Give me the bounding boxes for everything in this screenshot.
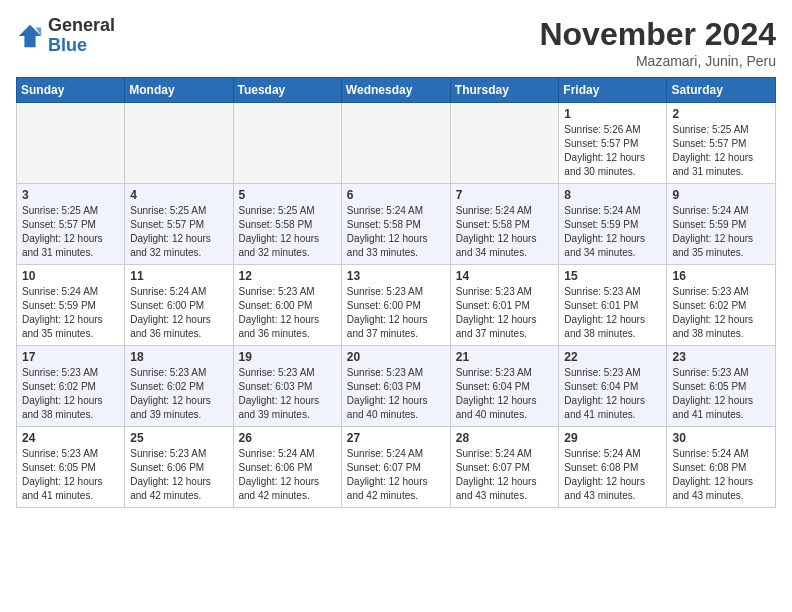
calendar-cell: 3Sunrise: 5:25 AMSunset: 5:57 PMDaylight… xyxy=(17,184,125,265)
month-title: November 2024 xyxy=(539,16,776,53)
day-info: Sunrise: 5:25 AMSunset: 5:57 PMDaylight:… xyxy=(130,204,227,260)
day-number: 9 xyxy=(672,188,770,202)
day-number: 16 xyxy=(672,269,770,283)
calendar-cell: 10Sunrise: 5:24 AMSunset: 5:59 PMDayligh… xyxy=(17,265,125,346)
calendar-cell: 22Sunrise: 5:23 AMSunset: 6:04 PMDayligh… xyxy=(559,346,667,427)
day-number: 3 xyxy=(22,188,119,202)
day-number: 5 xyxy=(239,188,336,202)
day-info: Sunrise: 5:23 AMSunset: 6:00 PMDaylight:… xyxy=(239,285,336,341)
week-row-3: 10Sunrise: 5:24 AMSunset: 5:59 PMDayligh… xyxy=(17,265,776,346)
day-number: 2 xyxy=(672,107,770,121)
day-info: Sunrise: 5:23 AMSunset: 6:00 PMDaylight:… xyxy=(347,285,445,341)
calendar-cell: 15Sunrise: 5:23 AMSunset: 6:01 PMDayligh… xyxy=(559,265,667,346)
calendar-cell: 4Sunrise: 5:25 AMSunset: 5:57 PMDaylight… xyxy=(125,184,233,265)
calendar-cell xyxy=(125,103,233,184)
calendar-cell: 1Sunrise: 5:26 AMSunset: 5:57 PMDaylight… xyxy=(559,103,667,184)
day-number: 24 xyxy=(22,431,119,445)
day-number: 11 xyxy=(130,269,227,283)
day-number: 22 xyxy=(564,350,661,364)
day-info: Sunrise: 5:23 AMSunset: 6:01 PMDaylight:… xyxy=(564,285,661,341)
calendar-cell: 6Sunrise: 5:24 AMSunset: 5:58 PMDaylight… xyxy=(341,184,450,265)
day-info: Sunrise: 5:24 AMSunset: 6:07 PMDaylight:… xyxy=(347,447,445,503)
day-number: 19 xyxy=(239,350,336,364)
week-row-1: 1Sunrise: 5:26 AMSunset: 5:57 PMDaylight… xyxy=(17,103,776,184)
calendar-cell: 5Sunrise: 5:25 AMSunset: 5:58 PMDaylight… xyxy=(233,184,341,265)
calendar-cell: 23Sunrise: 5:23 AMSunset: 6:05 PMDayligh… xyxy=(667,346,776,427)
calendar-table: SundayMondayTuesdayWednesdayThursdayFrid… xyxy=(16,77,776,508)
calendar-cell: 19Sunrise: 5:23 AMSunset: 6:03 PMDayligh… xyxy=(233,346,341,427)
logo: General Blue xyxy=(16,16,115,56)
day-number: 15 xyxy=(564,269,661,283)
day-number: 29 xyxy=(564,431,661,445)
calendar-cell: 17Sunrise: 5:23 AMSunset: 6:02 PMDayligh… xyxy=(17,346,125,427)
calendar-cell xyxy=(450,103,559,184)
week-row-2: 3Sunrise: 5:25 AMSunset: 5:57 PMDaylight… xyxy=(17,184,776,265)
calendar-cell: 11Sunrise: 5:24 AMSunset: 6:00 PMDayligh… xyxy=(125,265,233,346)
day-info: Sunrise: 5:24 AMSunset: 5:58 PMDaylight:… xyxy=(347,204,445,260)
day-info: Sunrise: 5:23 AMSunset: 6:01 PMDaylight:… xyxy=(456,285,554,341)
weekday-header-wednesday: Wednesday xyxy=(341,78,450,103)
day-number: 1 xyxy=(564,107,661,121)
day-info: Sunrise: 5:24 AMSunset: 6:08 PMDaylight:… xyxy=(672,447,770,503)
day-info: Sunrise: 5:23 AMSunset: 6:02 PMDaylight:… xyxy=(130,366,227,422)
day-info: Sunrise: 5:23 AMSunset: 6:06 PMDaylight:… xyxy=(130,447,227,503)
calendar-cell: 8Sunrise: 5:24 AMSunset: 5:59 PMDaylight… xyxy=(559,184,667,265)
page-header: General Blue November 2024 Mazamari, Jun… xyxy=(16,16,776,69)
day-number: 25 xyxy=(130,431,227,445)
day-number: 21 xyxy=(456,350,554,364)
day-number: 4 xyxy=(130,188,227,202)
day-info: Sunrise: 5:25 AMSunset: 5:57 PMDaylight:… xyxy=(22,204,119,260)
weekday-header-thursday: Thursday xyxy=(450,78,559,103)
day-info: Sunrise: 5:24 AMSunset: 5:59 PMDaylight:… xyxy=(22,285,119,341)
calendar-cell: 26Sunrise: 5:24 AMSunset: 6:06 PMDayligh… xyxy=(233,427,341,508)
calendar-cell: 16Sunrise: 5:23 AMSunset: 6:02 PMDayligh… xyxy=(667,265,776,346)
day-info: Sunrise: 5:26 AMSunset: 5:57 PMDaylight:… xyxy=(564,123,661,179)
day-number: 27 xyxy=(347,431,445,445)
day-number: 23 xyxy=(672,350,770,364)
day-number: 7 xyxy=(456,188,554,202)
day-info: Sunrise: 5:24 AMSunset: 6:07 PMDaylight:… xyxy=(456,447,554,503)
day-number: 13 xyxy=(347,269,445,283)
day-info: Sunrise: 5:25 AMSunset: 5:58 PMDaylight:… xyxy=(239,204,336,260)
calendar-cell: 27Sunrise: 5:24 AMSunset: 6:07 PMDayligh… xyxy=(341,427,450,508)
title-area: November 2024 Mazamari, Junin, Peru xyxy=(539,16,776,69)
day-number: 12 xyxy=(239,269,336,283)
weekday-header-monday: Monday xyxy=(125,78,233,103)
calendar-cell: 28Sunrise: 5:24 AMSunset: 6:07 PMDayligh… xyxy=(450,427,559,508)
day-info: Sunrise: 5:24 AMSunset: 5:58 PMDaylight:… xyxy=(456,204,554,260)
weekday-header-saturday: Saturday xyxy=(667,78,776,103)
logo-text: General Blue xyxy=(48,16,115,56)
calendar-cell: 20Sunrise: 5:23 AMSunset: 6:03 PMDayligh… xyxy=(341,346,450,427)
day-number: 30 xyxy=(672,431,770,445)
day-info: Sunrise: 5:24 AMSunset: 6:00 PMDaylight:… xyxy=(130,285,227,341)
weekday-header-friday: Friday xyxy=(559,78,667,103)
calendar-cell: 13Sunrise: 5:23 AMSunset: 6:00 PMDayligh… xyxy=(341,265,450,346)
calendar-cell xyxy=(233,103,341,184)
calendar-cell: 24Sunrise: 5:23 AMSunset: 6:05 PMDayligh… xyxy=(17,427,125,508)
weekday-header-sunday: Sunday xyxy=(17,78,125,103)
day-info: Sunrise: 5:23 AMSunset: 6:02 PMDaylight:… xyxy=(672,285,770,341)
day-info: Sunrise: 5:23 AMSunset: 6:05 PMDaylight:… xyxy=(22,447,119,503)
day-number: 6 xyxy=(347,188,445,202)
weekday-header-tuesday: Tuesday xyxy=(233,78,341,103)
calendar-cell: 25Sunrise: 5:23 AMSunset: 6:06 PMDayligh… xyxy=(125,427,233,508)
day-info: Sunrise: 5:23 AMSunset: 6:04 PMDaylight:… xyxy=(564,366,661,422)
day-info: Sunrise: 5:23 AMSunset: 6:03 PMDaylight:… xyxy=(347,366,445,422)
day-info: Sunrise: 5:25 AMSunset: 5:57 PMDaylight:… xyxy=(672,123,770,179)
day-info: Sunrise: 5:24 AMSunset: 5:59 PMDaylight:… xyxy=(564,204,661,260)
calendar-cell: 30Sunrise: 5:24 AMSunset: 6:08 PMDayligh… xyxy=(667,427,776,508)
day-info: Sunrise: 5:23 AMSunset: 6:03 PMDaylight:… xyxy=(239,366,336,422)
calendar-cell xyxy=(17,103,125,184)
day-number: 28 xyxy=(456,431,554,445)
day-number: 10 xyxy=(22,269,119,283)
calendar-cell: 21Sunrise: 5:23 AMSunset: 6:04 PMDayligh… xyxy=(450,346,559,427)
calendar-cell: 7Sunrise: 5:24 AMSunset: 5:58 PMDaylight… xyxy=(450,184,559,265)
logo-icon xyxy=(16,22,44,50)
calendar-cell: 9Sunrise: 5:24 AMSunset: 5:59 PMDaylight… xyxy=(667,184,776,265)
day-number: 14 xyxy=(456,269,554,283)
calendar-cell xyxy=(341,103,450,184)
location-subtitle: Mazamari, Junin, Peru xyxy=(539,53,776,69)
day-info: Sunrise: 5:24 AMSunset: 5:59 PMDaylight:… xyxy=(672,204,770,260)
weekday-header-row: SundayMondayTuesdayWednesdayThursdayFrid… xyxy=(17,78,776,103)
calendar-cell: 18Sunrise: 5:23 AMSunset: 6:02 PMDayligh… xyxy=(125,346,233,427)
